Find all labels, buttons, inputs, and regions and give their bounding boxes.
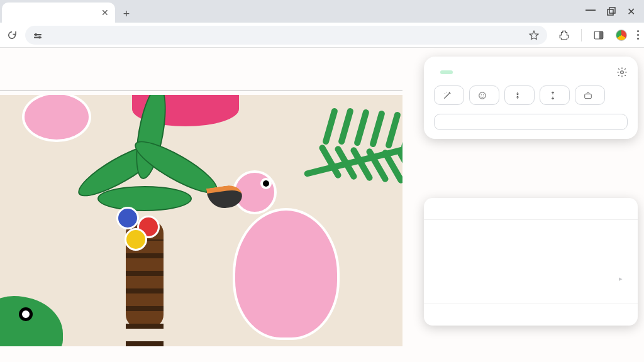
svg-rect-0 <box>608 9 613 15</box>
cookie-flamingo-body <box>233 208 340 340</box>
wand-icon <box>442 90 452 100</box>
close-window-icon[interactable]: ✕ <box>627 6 635 18</box>
cookie-crocodile <box>0 296 63 346</box>
elaborate-chip[interactable] <box>540 85 570 105</box>
ctx-cut[interactable] <box>424 224 638 235</box>
context-menu: ▸ <box>424 198 638 326</box>
formalize-chip[interactable] <box>575 85 605 105</box>
experiment-badge <box>440 70 453 74</box>
rephrase-chip[interactable] <box>434 85 464 105</box>
browser-titlebar: ✕ + — ✕ <box>0 0 644 23</box>
menu-icon[interactable] <box>637 30 639 40</box>
ctx-separator <box>424 219 638 220</box>
custom-prompt-input[interactable] <box>434 114 628 130</box>
svg-point-9 <box>444 92 445 93</box>
extensions-icon[interactable] <box>557 28 571 42</box>
collapse-icon <box>513 90 522 100</box>
browser-tab[interactable]: ✕ <box>2 3 115 23</box>
minimize-icon[interactable]: — <box>586 4 596 16</box>
restore-icon[interactable] <box>607 7 616 16</box>
svg-point-5 <box>38 36 41 38</box>
expand-icon <box>548 90 557 100</box>
ctx-select-all[interactable] <box>424 288 638 300</box>
gear-icon[interactable] <box>616 67 628 78</box>
shorten-chip[interactable] <box>504 85 535 105</box>
svg-point-13 <box>483 94 484 95</box>
ctx-separator <box>424 304 638 304</box>
ctx-paste <box>424 246 638 258</box>
close-icon[interactable]: ✕ <box>101 8 109 18</box>
emojify-chip[interactable] <box>469 85 499 105</box>
briefcase-icon <box>583 90 592 100</box>
side-panel-icon[interactable] <box>592 28 606 42</box>
ctx-paste-plain <box>424 258 638 269</box>
svg-point-11 <box>479 92 486 99</box>
bookmark-icon[interactable] <box>528 30 540 41</box>
svg-point-8 <box>621 71 624 74</box>
cookie-fern <box>302 95 402 208</box>
svg-point-12 <box>480 94 481 95</box>
ctx-emoji[interactable] <box>424 204 638 216</box>
reload-icon[interactable] <box>5 28 19 42</box>
toolbar-divider <box>581 29 582 41</box>
new-tab-button[interactable]: + <box>118 5 135 23</box>
svg-rect-7 <box>599 31 603 39</box>
profile-avatar[interactable] <box>616 30 627 41</box>
ctx-print <box>424 308 638 319</box>
emoji-icon <box>477 90 487 100</box>
svg-point-3 <box>35 33 37 36</box>
chevron-right-icon: ▸ <box>619 275 623 283</box>
svg-rect-1 <box>609 8 615 13</box>
rewrite-panel <box>424 57 638 139</box>
ctx-copy[interactable] <box>424 235 638 246</box>
ctx-paste-clipboard: ▸ <box>424 269 638 288</box>
svg-point-10 <box>446 92 447 92</box>
page-headline[interactable] <box>0 48 402 89</box>
browser-toolbar <box>0 23 644 48</box>
site-settings-icon[interactable] <box>33 30 43 40</box>
address-bar[interactable] <box>25 26 547 45</box>
window-controls: — ✕ <box>577 0 644 23</box>
svg-rect-14 <box>584 94 591 98</box>
headline-rule <box>0 90 402 91</box>
hero-image <box>0 95 402 346</box>
